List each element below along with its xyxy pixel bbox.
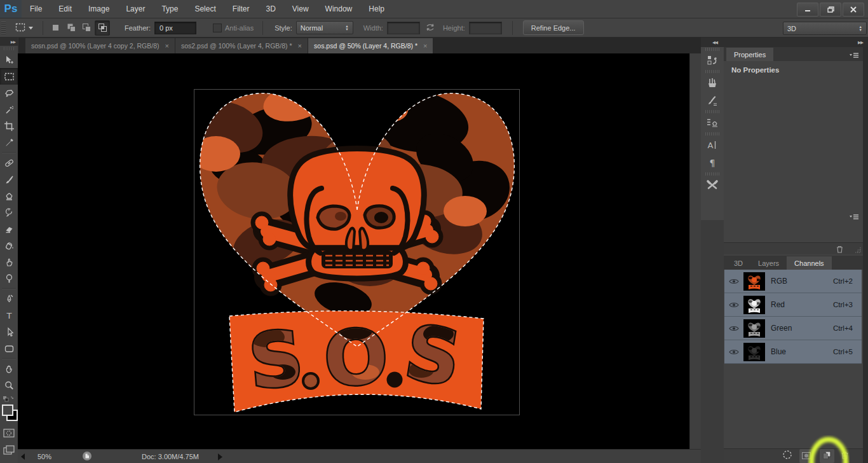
hand-tool[interactable] (0, 361, 18, 377)
swap-dimensions-button[interactable] (425, 24, 435, 32)
dock-grip[interactable] (705, 70, 719, 73)
feather-input[interactable]: 0 px (154, 22, 196, 34)
options-grip[interactable] (1, 22, 6, 34)
screen-mode-button[interactable] (0, 441, 18, 458)
visibility-eye-icon[interactable] (724, 301, 743, 308)
document-canvas[interactable]: S O S (18, 53, 689, 449)
character-panel-icon[interactable]: A (701, 136, 724, 154)
trash-icon[interactable] (836, 245, 844, 253)
tab-sos2-psd[interactable]: sos2.psd @ 100% (Layer 4, RGB/8) * × (175, 38, 308, 53)
channel-row-red[interactable]: Red Ctrl+3 (724, 293, 862, 317)
add-selection-button[interactable] (64, 21, 78, 35)
collapse-panels-icon[interactable]: ▶▶ (858, 40, 863, 45)
tab-close-icon[interactable]: × (423, 42, 427, 50)
zoom-level-field[interactable]: 50% (37, 453, 51, 460)
dodge-tool[interactable] (0, 270, 18, 287)
visibility-eye-icon[interactable] (724, 325, 743, 332)
history-brush-tool[interactable] (0, 204, 18, 221)
color-swatches[interactable] (0, 403, 18, 422)
channel-thumbnail[interactable] (743, 272, 765, 291)
tab-channels[interactable]: Channels (787, 256, 831, 270)
minimize-button[interactable] (797, 3, 818, 17)
create-new-channel-button[interactable] (820, 449, 834, 463)
menu-edit[interactable]: Edit (50, 0, 80, 18)
history-panel-icon[interactable] (701, 52, 724, 69)
tab-properties[interactable]: Properties (726, 48, 773, 61)
tab-sosn-psd[interactable]: sosn.psd @ 100% (Layer 4 copy 2, RGB/8) … (25, 38, 175, 53)
pen-tool[interactable] (0, 291, 18, 307)
gradient-tool[interactable] (0, 237, 18, 254)
style-dropdown[interactable]: Normal ▲▼ (296, 21, 353, 34)
tool-presets-panel-icon[interactable] (701, 176, 724, 194)
delete-channel-button[interactable] (841, 450, 849, 462)
dock-grip[interactable] (705, 48, 719, 51)
channel-thumbnail[interactable] (743, 343, 765, 361)
restore-button[interactable] (820, 3, 841, 17)
channel-thumbnail[interactable] (743, 296, 765, 314)
dock-grip[interactable] (705, 110, 719, 113)
clone-source-panel-icon[interactable] (701, 114, 724, 132)
spot-healing-brush-tool[interactable] (0, 155, 18, 171)
menu-select[interactable]: Select (186, 0, 224, 18)
resize-grip-icon[interactable] (855, 247, 861, 253)
foreground-color-swatch[interactable] (2, 404, 13, 416)
brush-panel-icon[interactable] (701, 74, 724, 92)
tab-layers[interactable]: Layers (750, 256, 787, 270)
smudge-tool[interactable] (0, 254, 18, 270)
rectangular-marquee-tool[interactable] (0, 68, 18, 85)
visibility-eye-icon[interactable] (724, 278, 743, 285)
width-input[interactable] (387, 22, 420, 34)
tool-preset-picker[interactable] (11, 21, 37, 35)
toolbar-collapse-button[interactable]: ▶▶ (0, 38, 18, 46)
default-colors-button[interactable] (0, 396, 18, 402)
visibility-eye-icon[interactable] (724, 349, 743, 356)
brush-presets-panel-icon[interactable] (701, 92, 724, 109)
quick-mask-button[interactable] (0, 425, 18, 441)
anti-alias-checkbox[interactable] (213, 24, 222, 32)
menu-file[interactable]: File (22, 0, 50, 18)
paragraph-panel-icon[interactable]: ¶ (701, 154, 724, 172)
tab-close-icon[interactable]: × (298, 42, 302, 50)
expand-panels-icon[interactable]: ◀◀ (712, 40, 717, 45)
menu-image[interactable]: Image (80, 0, 118, 18)
dock-grip[interactable] (705, 132, 719, 135)
magic-wand-tool[interactable] (0, 101, 18, 118)
panel-menu-icon[interactable] (849, 212, 859, 223)
toolbar-grip[interactable] (4, 47, 14, 50)
channel-row-green[interactable]: Green Ctrl+4 (724, 317, 862, 340)
menu-filter[interactable]: Filter (224, 0, 258, 18)
height-input[interactable] (469, 22, 502, 34)
menu-layer[interactable]: Layer (118, 0, 153, 18)
load-channel-selection-button[interactable] (782, 450, 793, 462)
brush-tool[interactable] (0, 171, 18, 188)
tab-close-icon[interactable]: × (165, 42, 169, 50)
channel-thumbnail[interactable] (743, 319, 765, 338)
crop-tool[interactable] (0, 118, 18, 134)
vertical-scrollbar[interactable] (689, 53, 702, 449)
subtract-selection-button[interactable] (79, 21, 93, 35)
menu-view[interactable]: View (284, 0, 317, 18)
save-selection-as-channel-button[interactable] (799, 449, 813, 463)
refine-edge-button[interactable]: Refine Edge... (523, 20, 584, 35)
eyedropper-tool[interactable] (0, 134, 18, 151)
tab-3d[interactable]: 3D (726, 256, 750, 270)
clone-stamp-tool[interactable] (0, 188, 18, 204)
adobe-drive-icon[interactable] (82, 451, 92, 462)
status-flyout-arrow-icon[interactable] (217, 453, 224, 461)
dock-grip[interactable] (705, 172, 719, 176)
panel-menu-icon[interactable] (849, 50, 859, 62)
channel-row-rgb[interactable]: RGB Ctrl+2 (724, 270, 862, 293)
menu-help[interactable]: Help (360, 0, 393, 18)
menu-type[interactable]: Type (153, 0, 186, 18)
new-selection-button[interactable] (49, 21, 63, 35)
lasso-tool[interactable] (0, 85, 18, 101)
status-left-arrow-icon[interactable] (20, 453, 26, 460)
eraser-tool[interactable] (0, 221, 18, 237)
tab-sos-psd-active[interactable]: sos.psd @ 50% (Layer 4, RGB/8) * × (308, 38, 433, 53)
path-selection-tool[interactable] (0, 324, 18, 340)
channel-row-blue[interactable]: Blue Ctrl+5 (724, 340, 862, 364)
intersect-selection-button[interactable] (95, 20, 110, 36)
doc-size-info[interactable]: Doc: 3.00M/4.75M (142, 453, 199, 460)
menu-3d[interactable]: 3D (257, 0, 283, 18)
menu-window[interactable]: Window (317, 0, 361, 18)
